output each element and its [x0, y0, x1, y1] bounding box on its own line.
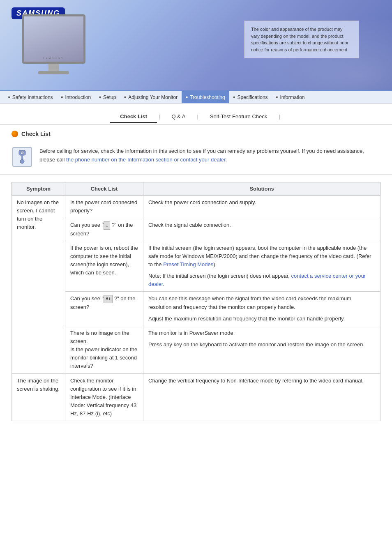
- check-cell-1-4: Can you see "Hi ?" on the screen?: [65, 292, 143, 326]
- solution-cell-2-1: Change the vertical frequency to Non-Int…: [143, 373, 380, 421]
- solution-cell-1-4: You can see this message when the signal…: [143, 292, 380, 326]
- symptom-cell-1: No images on the screen. I cannot turn o…: [12, 196, 65, 374]
- solution-para-2: Note: If the initial screen (the login s…: [148, 272, 375, 288]
- nav-item-information[interactable]: Information: [272, 91, 309, 103]
- table-row: Can you see "☐ ?" on the screen? Check t…: [12, 218, 380, 241]
- solution-cell-1-2: Check the signal cable connection.: [143, 218, 380, 241]
- svg-point-3: [20, 159, 24, 164]
- preset-timing-link[interactable]: Preset Timing Modes: [163, 261, 213, 267]
- solution-para-1: If the initial screen (the login screen)…: [148, 244, 375, 269]
- section-title: Check List: [21, 131, 51, 137]
- tab-checklist[interactable]: Check List: [110, 111, 157, 123]
- navigation-bar: Safety Instructions Introduction Setup A…: [0, 90, 392, 104]
- tabs-row: Check List | Q & A | Self-Test Feature C…: [0, 104, 392, 125]
- solution-para-3: You can see this message when the signal…: [148, 295, 375, 311]
- svg-point-4: [21, 152, 23, 154]
- tab-qa[interactable]: Q & A: [161, 111, 195, 123]
- col-header-checklist: Check List: [65, 182, 143, 196]
- nav-item-introduction[interactable]: Introduction: [57, 91, 95, 103]
- nav-item-setup[interactable]: Setup: [95, 91, 120, 103]
- check-cell-2-1: Check the monitor configuration to see i…: [65, 373, 143, 421]
- solution-cell-1-1: Check the power cord connection and supp…: [143, 196, 380, 218]
- solution-para-4: Adjust the maximum resolution and freque…: [148, 315, 375, 323]
- intro-text: Before calling for service, check the in…: [39, 147, 380, 164]
- table-row: There is no image on the screen.Is the p…: [12, 326, 380, 373]
- screen-icon-1: ☐: [104, 221, 110, 230]
- service-center-link[interactable]: contact a service center or your dealer: [148, 273, 366, 287]
- col-header-solutions: Solutions: [143, 182, 380, 196]
- service-icon: [12, 147, 32, 167]
- tab-separator-1: |: [157, 111, 161, 123]
- nav-item-safety[interactable]: Safety Instructions: [4, 91, 57, 103]
- solution-para-5: The monitor is in PowerSaver mode.: [148, 329, 375, 337]
- symptom-cell-2: The image on the screen is shaking.: [12, 373, 65, 421]
- intro-text-after: .: [225, 157, 227, 163]
- intro-box: Before calling for service, check the in…: [0, 141, 392, 175]
- nav-item-specifications[interactable]: Specifications: [229, 91, 272, 103]
- table-row: If the power is on, reboot the computer …: [12, 241, 380, 292]
- tab-separator-2: |: [195, 111, 200, 123]
- check-cell-1-1: Is the power cord connected properly?: [65, 196, 143, 218]
- solution-para-6: Press any key on the keyboard to activat…: [148, 341, 375, 349]
- nav-item-troubleshooting[interactable]: Troubleshooting: [182, 91, 229, 103]
- solution-cell-1-5: The monitor is in PowerSaver mode. Press…: [143, 326, 380, 373]
- table-row: No images on the screen. I cannot turn o…: [12, 196, 380, 218]
- header-banner: SAMSUNG SAMSUNG The color and appearance…: [0, 0, 392, 90]
- checklist-table: Symptom Check List Solutions No images o…: [12, 182, 380, 421]
- section-icon: [12, 131, 18, 137]
- tab-separator-3: |: [277, 111, 281, 123]
- intro-link[interactable]: the phone number on the Information sect…: [66, 157, 225, 163]
- tab-selftest[interactable]: Self-Test Feature Check: [200, 111, 277, 123]
- section-title-row: Check List: [0, 125, 392, 141]
- screen-icon-2: Hi: [104, 295, 113, 303]
- col-header-symptom: Symptom: [12, 182, 65, 196]
- check-cell-1-3: If the power is on, reboot the computer …: [65, 241, 143, 292]
- table-row: Can you see "Hi ?" on the screen? You ca…: [12, 292, 380, 326]
- monitor-illustration: SAMSUNG: [16, 14, 90, 78]
- table-row: The image on the screen is shaking. Chec…: [12, 373, 380, 421]
- nav-item-adjusting[interactable]: Adjusting Your Monitor: [120, 91, 182, 103]
- solution-cell-1-3: If the initial screen (the login screen)…: [143, 241, 380, 292]
- check-cell-1-2: Can you see "☐ ?" on the screen?: [65, 218, 143, 241]
- banner-decoration: [228, 16, 392, 90]
- check-cell-1-5: There is no image on the screen.Is the p…: [65, 326, 143, 373]
